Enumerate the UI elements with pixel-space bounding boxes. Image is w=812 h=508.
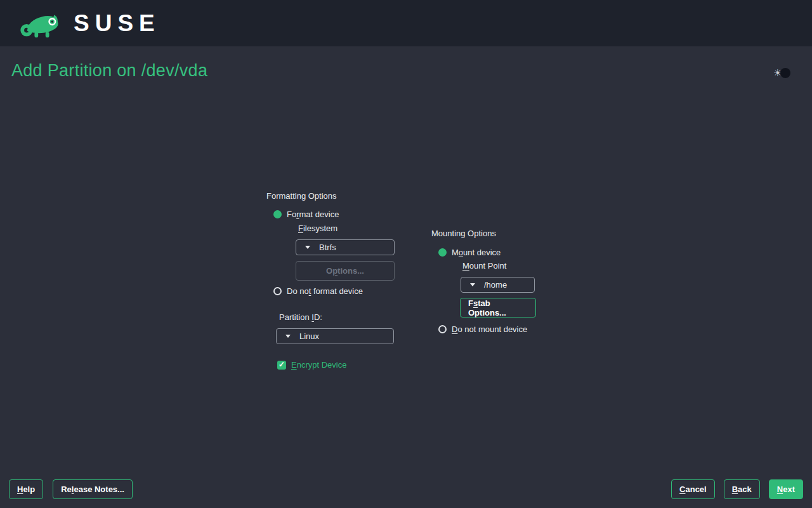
chevron-down-icon bbox=[305, 246, 310, 249]
help-button[interactable]: Help bbox=[9, 479, 43, 499]
radio-mount-device[interactable]: Mount device bbox=[438, 248, 501, 257]
footer-left-group: Help Release Notes... bbox=[9, 479, 133, 499]
options-button[interactable]: Options... bbox=[296, 261, 395, 281]
radio-selected-icon bbox=[273, 210, 282, 218]
cancel-button[interactable]: Cancel bbox=[671, 479, 715, 499]
next-button-label: Next bbox=[777, 485, 795, 494]
cancel-button-label: Cancel bbox=[679, 485, 707, 494]
filesystem-label: Filesystem bbox=[298, 224, 337, 233]
radio-unselected-icon bbox=[273, 287, 282, 295]
formatting-options-label: Formatting Options bbox=[266, 191, 337, 201]
footer-right-group: Cancel Back Next bbox=[671, 479, 803, 499]
next-button[interactable]: Next bbox=[769, 479, 803, 499]
fstab-options-button[interactable]: Fstab Options... bbox=[460, 298, 536, 318]
radio-format-device[interactable]: Format device bbox=[273, 210, 339, 219]
checkbox-checked-icon bbox=[277, 361, 286, 370]
radio-do-not-format[interactable]: Do not format device bbox=[273, 286, 363, 296]
chameleon-icon bbox=[18, 8, 65, 39]
mount-point-select[interactable]: /home bbox=[461, 277, 535, 293]
filesystem-select[interactable]: Btrfs bbox=[296, 239, 395, 255]
suse-logo: SUSE bbox=[18, 8, 160, 39]
mounting-options-label: Mounting Options bbox=[431, 229, 496, 238]
radio-mount-device-label: Mount device bbox=[452, 248, 501, 257]
theme-toggle-button[interactable]: ☀ bbox=[773, 66, 791, 81]
back-button-label: Back bbox=[732, 485, 752, 494]
footer-bar: Help Release Notes... Cancel Back Next bbox=[9, 479, 803, 499]
mount-point-value: /home bbox=[484, 280, 507, 290]
release-notes-button-label: Release Notes... bbox=[61, 485, 124, 494]
options-button-label: Options... bbox=[326, 266, 364, 276]
chevron-down-icon bbox=[285, 335, 291, 338]
chevron-down-icon bbox=[470, 283, 475, 286]
mount-point-label: Mount Point bbox=[462, 261, 506, 271]
help-button-label: Help bbox=[17, 485, 35, 494]
header-bar: SUSE bbox=[0, 0, 812, 46]
partition-id-label: Partition ID: bbox=[279, 312, 322, 322]
back-button[interactable]: Back bbox=[724, 479, 760, 499]
radio-format-device-label: Format device bbox=[287, 210, 339, 219]
page-title: Add Partition on /dev/vda bbox=[11, 61, 207, 81]
radio-selected-icon bbox=[438, 248, 447, 257]
brand-wordmark: SUSE bbox=[74, 11, 160, 35]
radio-unselected-icon bbox=[438, 325, 447, 333]
fstab-options-button-label: Fstab Options... bbox=[468, 298, 528, 318]
filesystem-value: Btrfs bbox=[319, 243, 336, 252]
partition-id-select[interactable]: Linux bbox=[276, 328, 394, 344]
encrypt-device-checkbox[interactable]: Encrypt Device bbox=[277, 360, 346, 370]
release-notes-button[interactable]: Release Notes... bbox=[53, 479, 133, 499]
radio-do-not-mount[interactable]: Do not mount device bbox=[438, 324, 527, 334]
radio-do-not-format-label: Do not format device bbox=[287, 286, 363, 296]
encrypt-device-label: Encrypt Device bbox=[291, 360, 346, 370]
radio-do-not-mount-label: Do not mount device bbox=[452, 324, 527, 334]
moon-icon bbox=[780, 68, 790, 78]
partition-id-value: Linux bbox=[299, 331, 319, 341]
